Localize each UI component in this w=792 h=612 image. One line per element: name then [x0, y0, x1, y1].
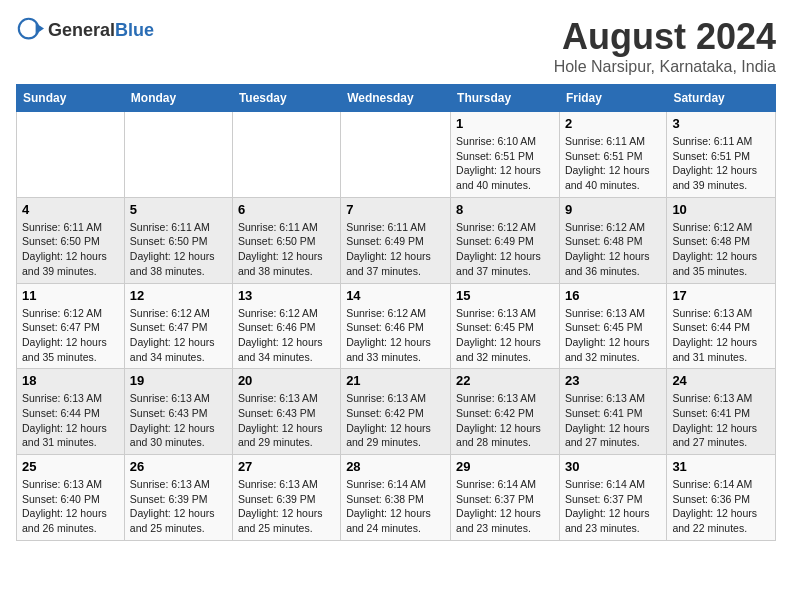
day-cell — [341, 112, 451, 198]
day-info: Sunrise: 6:11 AMSunset: 6:50 PMDaylight:… — [130, 220, 227, 279]
day-cell: 5Sunrise: 6:11 AMSunset: 6:50 PMDaylight… — [124, 197, 232, 283]
day-cell: 29Sunrise: 6:14 AMSunset: 6:37 PMDayligh… — [451, 455, 560, 541]
day-cell: 27Sunrise: 6:13 AMSunset: 6:39 PMDayligh… — [232, 455, 340, 541]
column-header-wednesday: Wednesday — [341, 85, 451, 112]
day-info: Sunrise: 6:11 AMSunset: 6:49 PMDaylight:… — [346, 220, 445, 279]
day-number: 12 — [130, 288, 227, 303]
day-number: 17 — [672, 288, 770, 303]
day-cell: 22Sunrise: 6:13 AMSunset: 6:42 PMDayligh… — [451, 369, 560, 455]
day-info: Sunrise: 6:12 AMSunset: 6:49 PMDaylight:… — [456, 220, 554, 279]
day-number: 19 — [130, 373, 227, 388]
day-number: 23 — [565, 373, 661, 388]
day-number: 26 — [130, 459, 227, 474]
day-number: 6 — [238, 202, 335, 217]
day-cell: 14Sunrise: 6:12 AMSunset: 6:46 PMDayligh… — [341, 283, 451, 369]
day-info: Sunrise: 6:14 AMSunset: 6:38 PMDaylight:… — [346, 477, 445, 536]
day-number: 14 — [346, 288, 445, 303]
day-info: Sunrise: 6:11 AMSunset: 6:51 PMDaylight:… — [672, 134, 770, 193]
day-cell: 19Sunrise: 6:13 AMSunset: 6:43 PMDayligh… — [124, 369, 232, 455]
day-number: 20 — [238, 373, 335, 388]
day-cell: 31Sunrise: 6:14 AMSunset: 6:36 PMDayligh… — [667, 455, 776, 541]
day-cell — [124, 112, 232, 198]
day-cell: 24Sunrise: 6:13 AMSunset: 6:41 PMDayligh… — [667, 369, 776, 455]
day-number: 30 — [565, 459, 661, 474]
day-number: 2 — [565, 116, 661, 131]
column-header-saturday: Saturday — [667, 85, 776, 112]
day-info: Sunrise: 6:11 AMSunset: 6:50 PMDaylight:… — [22, 220, 119, 279]
day-info: Sunrise: 6:13 AMSunset: 6:39 PMDaylight:… — [130, 477, 227, 536]
day-number: 29 — [456, 459, 554, 474]
day-number: 8 — [456, 202, 554, 217]
calendar-body: 1Sunrise: 6:10 AMSunset: 6:51 PMDaylight… — [17, 112, 776, 541]
day-info: Sunrise: 6:13 AMSunset: 6:42 PMDaylight:… — [346, 391, 445, 450]
logo-icon — [16, 16, 44, 44]
day-cell: 13Sunrise: 6:12 AMSunset: 6:46 PMDayligh… — [232, 283, 340, 369]
day-cell: 15Sunrise: 6:13 AMSunset: 6:45 PMDayligh… — [451, 283, 560, 369]
day-info: Sunrise: 6:13 AMSunset: 6:45 PMDaylight:… — [456, 306, 554, 365]
day-info: Sunrise: 6:13 AMSunset: 6:41 PMDaylight:… — [565, 391, 661, 450]
day-cell: 17Sunrise: 6:13 AMSunset: 6:44 PMDayligh… — [667, 283, 776, 369]
day-cell: 25Sunrise: 6:13 AMSunset: 6:40 PMDayligh… — [17, 455, 125, 541]
day-number: 9 — [565, 202, 661, 217]
day-number: 31 — [672, 459, 770, 474]
day-cell: 4Sunrise: 6:11 AMSunset: 6:50 PMDaylight… — [17, 197, 125, 283]
day-cell: 1Sunrise: 6:10 AMSunset: 6:51 PMDaylight… — [451, 112, 560, 198]
logo-blue: Blue — [115, 20, 154, 40]
column-header-monday: Monday — [124, 85, 232, 112]
week-row-5: 25Sunrise: 6:13 AMSunset: 6:40 PMDayligh… — [17, 455, 776, 541]
day-cell: 7Sunrise: 6:11 AMSunset: 6:49 PMDaylight… — [341, 197, 451, 283]
day-info: Sunrise: 6:13 AMSunset: 6:43 PMDaylight:… — [130, 391, 227, 450]
svg-marker-1 — [36, 23, 44, 34]
column-header-tuesday: Tuesday — [232, 85, 340, 112]
day-info: Sunrise: 6:13 AMSunset: 6:44 PMDaylight:… — [22, 391, 119, 450]
day-number: 5 — [130, 202, 227, 217]
day-info: Sunrise: 6:13 AMSunset: 6:42 PMDaylight:… — [456, 391, 554, 450]
day-info: Sunrise: 6:12 AMSunset: 6:47 PMDaylight:… — [130, 306, 227, 365]
calendar-header: SundayMondayTuesdayWednesdayThursdayFrid… — [17, 85, 776, 112]
day-cell: 26Sunrise: 6:13 AMSunset: 6:39 PMDayligh… — [124, 455, 232, 541]
day-info: Sunrise: 6:14 AMSunset: 6:36 PMDaylight:… — [672, 477, 770, 536]
day-cell: 11Sunrise: 6:12 AMSunset: 6:47 PMDayligh… — [17, 283, 125, 369]
day-info: Sunrise: 6:14 AMSunset: 6:37 PMDaylight:… — [565, 477, 661, 536]
day-number: 28 — [346, 459, 445, 474]
day-number: 21 — [346, 373, 445, 388]
day-number: 1 — [456, 116, 554, 131]
week-row-4: 18Sunrise: 6:13 AMSunset: 6:44 PMDayligh… — [17, 369, 776, 455]
day-info: Sunrise: 6:11 AMSunset: 6:50 PMDaylight:… — [238, 220, 335, 279]
day-info: Sunrise: 6:13 AMSunset: 6:43 PMDaylight:… — [238, 391, 335, 450]
day-info: Sunrise: 6:12 AMSunset: 6:46 PMDaylight:… — [238, 306, 335, 365]
day-number: 3 — [672, 116, 770, 131]
day-cell: 10Sunrise: 6:12 AMSunset: 6:48 PMDayligh… — [667, 197, 776, 283]
day-number: 25 — [22, 459, 119, 474]
header: GeneralBlue August 2024 Hole Narsipur, K… — [16, 16, 776, 76]
calendar-table: SundayMondayTuesdayWednesdayThursdayFrid… — [16, 84, 776, 541]
day-cell: 16Sunrise: 6:13 AMSunset: 6:45 PMDayligh… — [559, 283, 666, 369]
day-info: Sunrise: 6:12 AMSunset: 6:47 PMDaylight:… — [22, 306, 119, 365]
day-cell: 21Sunrise: 6:13 AMSunset: 6:42 PMDayligh… — [341, 369, 451, 455]
day-cell: 2Sunrise: 6:11 AMSunset: 6:51 PMDaylight… — [559, 112, 666, 198]
day-cell — [17, 112, 125, 198]
logo-general: General — [48, 20, 115, 40]
day-info: Sunrise: 6:12 AMSunset: 6:48 PMDaylight:… — [672, 220, 770, 279]
day-number: 27 — [238, 459, 335, 474]
day-number: 24 — [672, 373, 770, 388]
week-row-3: 11Sunrise: 6:12 AMSunset: 6:47 PMDayligh… — [17, 283, 776, 369]
day-number: 7 — [346, 202, 445, 217]
day-number: 11 — [22, 288, 119, 303]
column-header-sunday: Sunday — [17, 85, 125, 112]
week-row-1: 1Sunrise: 6:10 AMSunset: 6:51 PMDaylight… — [17, 112, 776, 198]
day-cell: 12Sunrise: 6:12 AMSunset: 6:47 PMDayligh… — [124, 283, 232, 369]
header-row: SundayMondayTuesdayWednesdayThursdayFrid… — [17, 85, 776, 112]
day-info: Sunrise: 6:12 AMSunset: 6:48 PMDaylight:… — [565, 220, 661, 279]
day-info: Sunrise: 6:13 AMSunset: 6:45 PMDaylight:… — [565, 306, 661, 365]
month-title: August 2024 — [554, 16, 776, 58]
day-info: Sunrise: 6:12 AMSunset: 6:46 PMDaylight:… — [346, 306, 445, 365]
day-cell: 8Sunrise: 6:12 AMSunset: 6:49 PMDaylight… — [451, 197, 560, 283]
location-title: Hole Narsipur, Karnataka, India — [554, 58, 776, 76]
day-number: 10 — [672, 202, 770, 217]
day-info: Sunrise: 6:13 AMSunset: 6:44 PMDaylight:… — [672, 306, 770, 365]
day-number: 13 — [238, 288, 335, 303]
logo: GeneralBlue — [16, 16, 154, 44]
day-cell: 6Sunrise: 6:11 AMSunset: 6:50 PMDaylight… — [232, 197, 340, 283]
day-cell: 9Sunrise: 6:12 AMSunset: 6:48 PMDaylight… — [559, 197, 666, 283]
